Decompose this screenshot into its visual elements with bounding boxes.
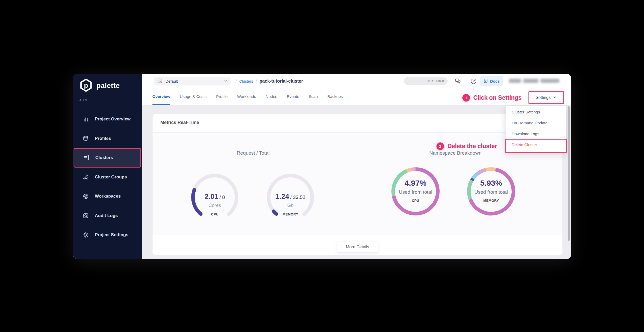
- bar-chart-icon: [82, 116, 89, 122]
- menu-item-on-demand-update[interactable]: On-Demand Update: [506, 118, 566, 128]
- sidebar-item-clusters[interactable]: Clusters: [74, 148, 141, 168]
- annotation-step-2: 2 Delete the cluster: [437, 142, 497, 150]
- sidebar-nav: Project Overview Profiles Clusters: [73, 110, 142, 245]
- svg-text:p: p: [84, 82, 88, 89]
- redacted-text-block: [509, 79, 521, 83]
- annotation-step-1: 1 Click on Settings: [462, 94, 522, 102]
- memory-gauge-unit: Gb: [287, 203, 294, 208]
- memory-donut-subtitle: Used from total: [475, 189, 508, 195]
- sidebar-item-profiles[interactable]: Profiles: [73, 129, 142, 148]
- workspaces-icon: [82, 193, 89, 200]
- divider: [153, 235, 562, 235]
- breadcrumb-separator: /: [256, 79, 257, 84]
- docs-button-label: Docs: [490, 79, 500, 83]
- sidebar-item-cluster-groups[interactable]: Cluster Groups: [73, 168, 142, 187]
- gear-icon: [82, 232, 89, 238]
- card-title: Metrics Real-Time: [160, 120, 199, 125]
- palette-logo-icon: p: [79, 78, 93, 93]
- breadcrumb: / Clusters / pack-tutorial-cluster: [235, 74, 303, 89]
- cpu-gauge-value: 2.01 / 8: [205, 193, 225, 201]
- step-2-text: Delete the cluster: [447, 143, 497, 150]
- logo-text: palette: [96, 82, 120, 90]
- version-label: 4.1.9: [80, 98, 87, 102]
- usage-badge: 0.61/100kCh: [404, 77, 448, 85]
- breadcrumb-separator: /: [235, 79, 237, 84]
- sidebar-item-label: Cluster Groups: [95, 175, 127, 180]
- metrics-panel: Request / Total Namespace Breakdown 2.01…: [153, 133, 562, 235]
- cpu-donut-label: CPU: [412, 199, 419, 203]
- clusters-icon: [83, 154, 90, 161]
- sidebar-item-audit-logs[interactable]: Audit Logs: [73, 206, 142, 226]
- tab-backups[interactable]: Backups: [327, 89, 343, 105]
- cpu-donut-subtitle: Used from total: [399, 189, 432, 195]
- sidebar-item-label: Project Settings: [95, 232, 128, 237]
- more-details-button[interactable]: More Details: [337, 242, 378, 252]
- sidebar-item-label: Clusters: [95, 155, 113, 160]
- chevron-down-icon: [224, 79, 227, 83]
- sidebar-item-label: Workspaces: [95, 194, 121, 199]
- tab-nodes[interactable]: Nodes: [266, 89, 277, 105]
- menu-item-download-logs[interactable]: Download Logs: [506, 128, 566, 139]
- chart-select-icon: [157, 78, 162, 84]
- breadcrumb-current: pack-tutorial-cluster: [260, 78, 303, 84]
- request-total-title: Request / Total: [237, 150, 269, 156]
- document-icon: [483, 78, 488, 84]
- cpu-gauge-label: CPU: [211, 212, 219, 216]
- namespace-breakdown-title: Namespace Breakdown: [429, 150, 482, 156]
- tab-workloads[interactable]: Workloads: [237, 89, 256, 105]
- memory-donut-value: 5.93%: [480, 179, 502, 187]
- sidebar-item-project-settings[interactable]: Project Settings: [73, 225, 142, 245]
- delete-cluster-highlight-box: [505, 139, 567, 153]
- sidebar-item-label: Audit Logs: [95, 213, 118, 218]
- tab-overview[interactable]: Overview: [152, 89, 170, 105]
- memory-gauge-value: 1.24 / 33.52: [275, 193, 305, 201]
- settings-button-label: Settings: [536, 95, 551, 100]
- metrics-card: Metrics Real-Time Request / Total Namesp…: [152, 114, 563, 255]
- project-selector[interactable]: Default: [154, 77, 231, 85]
- redacted-text-block: [523, 79, 538, 83]
- chat-icon[interactable]: [454, 77, 462, 85]
- step-1-text: Click on Settings: [473, 94, 522, 101]
- main-area: Default / Clusters / pack-tutorial-clust…: [142, 74, 571, 259]
- vertical-scrollbar[interactable]: [568, 106, 570, 241]
- divider: [354, 133, 354, 235]
- cpu-donut-value: 4.97%: [404, 179, 426, 187]
- sidebar-item-project-overview[interactable]: Project Overview: [73, 110, 142, 129]
- tab-scan[interactable]: Scan: [309, 89, 318, 105]
- layers-icon: [82, 135, 89, 142]
- tab-profile[interactable]: Profile: [216, 89, 227, 105]
- app-window: p palette 4.1.9 Project Overview: [73, 74, 571, 259]
- memory-donut-label: MEMORY: [483, 199, 499, 203]
- topbar: Default / Clusters / pack-tutorial-clust…: [142, 74, 571, 89]
- account-name-redacted[interactable]: [509, 79, 559, 83]
- menu-item-cluster-settings[interactable]: Cluster Settings: [506, 107, 566, 118]
- account-chevron-down-icon[interactable]: [554, 80, 558, 84]
- sidebar: p palette 4.1.9 Project Overview: [73, 74, 142, 259]
- compass-icon[interactable]: [470, 77, 477, 85]
- logo: p palette: [79, 78, 120, 93]
- audit-log-icon: [82, 212, 89, 219]
- tab-usage-costs[interactable]: Usage & Costs: [180, 89, 206, 105]
- settings-button[interactable]: Settings: [528, 91, 564, 104]
- sidebar-item-label: Project Overview: [95, 117, 131, 122]
- sidebar-item-label: Profiles: [95, 136, 111, 141]
- step-2-badge: 2: [437, 142, 444, 150]
- tab-events[interactable]: Events: [287, 89, 299, 105]
- step-1-badge: 1: [462, 94, 470, 102]
- sidebar-item-workspaces[interactable]: Workspaces: [73, 187, 142, 206]
- chevron-down-icon: [553, 95, 557, 100]
- docs-button[interactable]: Docs: [480, 76, 503, 86]
- memory-gauge-label: MEMORY: [283, 212, 298, 216]
- project-selector-value: Default: [166, 79, 178, 83]
- breadcrumb-link-clusters[interactable]: Clusters: [239, 79, 253, 83]
- cpu-gauge-unit: Cores: [209, 203, 221, 208]
- nodes-icon: [82, 174, 89, 181]
